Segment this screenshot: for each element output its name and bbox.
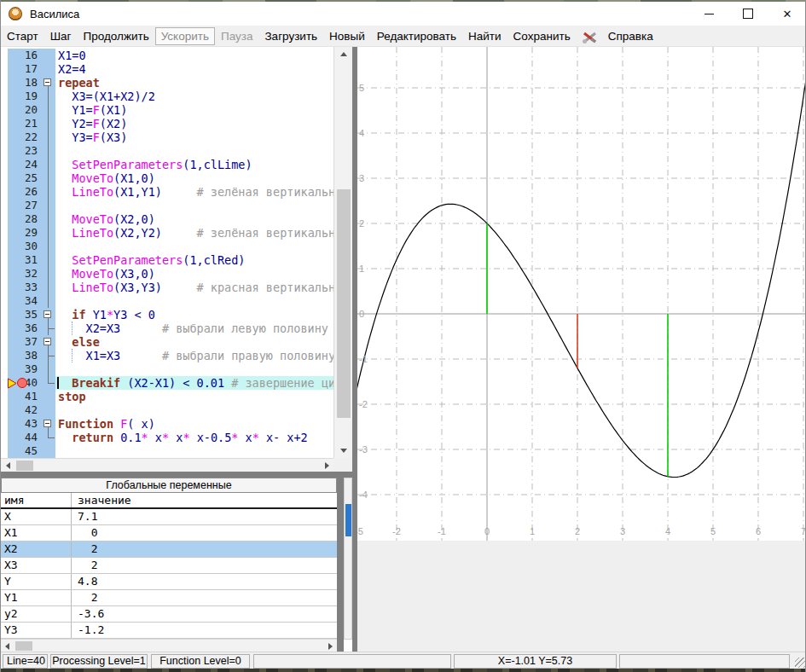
code-line-25[interactable]: 25 MoveTo(X1,0) — [1, 171, 333, 185]
code-line-16[interactable]: 16X1=0 — [1, 49, 333, 62]
menu-item-сохранить[interactable]: Сохранить — [507, 27, 577, 45]
code-line-27[interactable]: 27 — [1, 199, 333, 212]
code-line-29[interactable]: 29 LineTo(X2,Y2) # зелёная вертикальная — [1, 226, 333, 240]
code-line-23[interactable]: 23 — [1, 144, 333, 158]
menu-item-старт[interactable]: Старт — [1, 27, 44, 45]
code-line-18[interactable]: 18repeat — [1, 76, 333, 90]
code-line-31[interactable]: 31 SetPenParameters(1,clRed) — [1, 253, 333, 267]
line-number[interactable]: 43 — [8, 417, 42, 431]
code-line-20[interactable]: 20 Y1=F(X1) — [1, 103, 333, 117]
line-number[interactable]: 32 — [8, 267, 42, 281]
line-number[interactable]: 16 — [8, 49, 42, 62]
horizontal-splitter[interactable] — [1, 472, 352, 478]
code-line-28[interactable]: 28 MoveTo(X2,0) — [1, 212, 333, 226]
menu-item-редактировать[interactable]: Редактировать — [371, 27, 462, 45]
scroll-up-button[interactable] — [334, 47, 353, 61]
scroll-right-button[interactable] — [320, 459, 333, 472]
line-number[interactable]: 24 — [8, 158, 42, 171]
line-number[interactable]: 44 — [8, 431, 42, 444]
column-header-value[interactable]: значение — [72, 493, 337, 507]
line-number[interactable]: 23 — [8, 144, 42, 158]
line-number[interactable]: 33 — [8, 281, 42, 294]
column-header-name[interactable]: имя — [1, 493, 72, 507]
fold-collapse-icon[interactable] — [42, 417, 55, 431]
scroll-right-button[interactable] — [324, 640, 337, 652]
editor-hscroll-thumb[interactable] — [16, 461, 33, 471]
variables-vscroll-thumb[interactable] — [345, 504, 351, 536]
code-line-41[interactable]: 41stop — [1, 390, 333, 403]
menu-item-загрузить[interactable]: Загрузить — [258, 27, 323, 45]
code-line-43[interactable]: 43Function F(_x) — [1, 417, 333, 431]
fold-collapse-icon[interactable] — [42, 76, 55, 90]
code-line-24[interactable]: 24 SetPenParameters(1,clLime) — [1, 158, 333, 171]
fold-collapse-icon[interactable] — [42, 335, 55, 349]
line-number[interactable]: 39 — [8, 362, 42, 376]
code-line-19[interactable]: 19 X3=(X1+X2)/2 — [1, 90, 333, 103]
variable-row-X2[interactable]: X2 2 — [1, 542, 337, 558]
line-number[interactable]: 37 — [8, 335, 42, 349]
line-number[interactable]: 25 — [8, 171, 42, 185]
code-line-40[interactable]: 40 Breakif (X2-X1) < 0.01 # завершение ц… — [1, 376, 333, 390]
code-line-42[interactable]: 42 — [1, 403, 333, 417]
menu-item-ускорить[interactable]: Ускорить — [155, 27, 215, 45]
line-number[interactable]: 18 — [8, 76, 42, 90]
code-line-37[interactable]: 37 else — [1, 335, 333, 349]
line-number[interactable]: 22 — [8, 130, 42, 144]
code-line-34[interactable]: 34 — [1, 294, 333, 308]
scroll-left-button[interactable] — [1, 459, 14, 472]
line-number[interactable]: 38 — [8, 349, 42, 362]
fold-collapse-icon[interactable] — [42, 308, 55, 322]
tools-icon[interactable] — [582, 31, 599, 44]
code-line-30[interactable]: 30 — [1, 240, 333, 253]
menu-item-шаг[interactable]: Шаг — [44, 27, 78, 45]
maximize-button[interactable] — [728, 2, 768, 26]
code-line-35[interactable]: 35 if Y1*Y3 < 0 — [1, 308, 333, 322]
variables-hscroll-thumb[interactable] — [15, 641, 32, 651]
code-line-22[interactable]: 22 Y3=F(X3) — [1, 130, 333, 144]
variable-row-Y3[interactable]: Y3-1.2 — [1, 623, 337, 639]
variables-horizontal-scrollbar[interactable] — [1, 639, 337, 652]
line-number[interactable]: 27 — [8, 199, 42, 212]
code-line-39[interactable]: 39 — [1, 362, 333, 376]
line-number[interactable]: 36 — [8, 322, 42, 335]
line-number[interactable]: 20 — [8, 103, 42, 117]
line-number[interactable]: 28 — [8, 212, 42, 226]
breakpoint-icon[interactable] — [17, 378, 27, 388]
line-number[interactable]: 17 — [8, 62, 42, 76]
code-line-26[interactable]: 26 LineTo(X1,Y1) # зелёная вертикальная — [1, 185, 333, 199]
line-number[interactable]: 31 — [8, 253, 42, 267]
code-line-36[interactable]: 36 X2=X3 # выбрали левую половину и — [1, 322, 333, 335]
menu-item-найти[interactable]: Найти — [462, 27, 507, 45]
code-line-17[interactable]: 17X2=4 — [1, 62, 333, 76]
code-line-21[interactable]: 21 Y2=F(X2) — [1, 117, 333, 130]
line-number[interactable]: 30 — [8, 240, 42, 253]
variable-row-Y1[interactable]: Y1 2 — [1, 590, 337, 606]
variable-row-y2[interactable]: y2-3.6 — [1, 606, 337, 623]
variable-row-X1[interactable]: X1 0 — [1, 525, 337, 542]
line-number[interactable]: 21 — [8, 117, 42, 130]
minimize-button[interactable] — [689, 2, 728, 26]
line-number[interactable]: 19 — [8, 90, 42, 103]
line-number[interactable]: 26 — [8, 185, 42, 199]
code-line-45[interactable]: 45 — [1, 444, 333, 458]
code-editor[interactable]: 16X1=017X2=418repeat19 X3=(X1+X2)/220 Y1… — [1, 47, 333, 458]
code-line-44[interactable]: 44 return 0.1*_x*_x*_x-0.5*_x*_x-_x+2 — [1, 431, 333, 444]
variable-row-Y[interactable]: Y4.8 — [1, 574, 337, 590]
code-line-33[interactable]: 33 LineTo(X3,Y3) # красная вертикальная — [1, 281, 333, 294]
menu-item-пауза[interactable]: Пауза — [215, 27, 259, 45]
code-line-32[interactable]: 32 MoveTo(X3,0) — [1, 267, 333, 281]
menu-item-новый[interactable]: Новый — [323, 27, 371, 45]
scroll-left-button[interactable] — [1, 640, 14, 652]
line-number[interactable]: 45 — [8, 444, 42, 458]
line-number[interactable]: 41 — [8, 390, 42, 403]
variables-vertical-scrollbar[interactable] — [344, 478, 352, 640]
variable-row-X3[interactable]: X3 2 — [1, 558, 337, 574]
menu-item-продолжить[interactable]: Продолжить — [78, 27, 155, 45]
menu-item-справка[interactable]: Справка — [602, 27, 659, 45]
scroll-down-button[interactable] — [334, 443, 353, 458]
variable-row-X[interactable]: X7.1 — [1, 509, 337, 525]
line-number[interactable]: 42 — [8, 403, 42, 417]
line-number[interactable]: 29 — [8, 226, 42, 240]
editor-vertical-scrollbar[interactable] — [333, 47, 352, 458]
code-line-38[interactable]: 38 X1=X3 # выбрали правую половину — [1, 349, 333, 362]
